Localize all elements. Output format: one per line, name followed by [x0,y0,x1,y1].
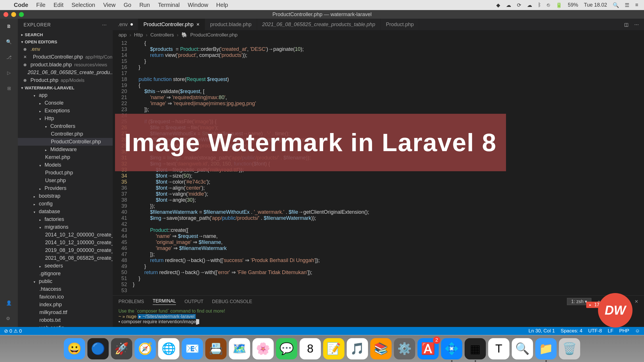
spotlight-icon[interactable]: 🔍 [613,2,619,8]
dock-app[interactable]: 📧 [182,338,203,359]
dock-app[interactable]: 💠 [441,338,462,359]
file-item[interactable]: Kernel.php [18,153,113,161]
breadcrumb[interactable]: app› Http› Controllers› 🐘ProductControll… [113,30,644,40]
status-indent[interactable]: Spaces: 4 [561,328,582,334]
editor-tab[interactable]: 2021_06_08_065825_create_products_table.… [257,19,381,30]
status-problems[interactable]: ⊘ 0 ⚠ 0 [4,328,22,334]
menu-help[interactable]: Help [216,2,228,8]
status-eol[interactable]: LF [608,328,614,334]
dock-app[interactable]: 🔵 [87,338,109,359]
dock-app[interactable]: 🧭 [135,338,156,359]
battery-icon[interactable]: 🔋 [556,2,562,8]
file-item[interactable]: favicon.ico [18,293,113,301]
dock-app[interactable]: 📝 [323,338,344,359]
split-editor-icon[interactable]: ◫ [624,22,628,27]
file-item[interactable]: Product.php [18,169,113,177]
file-item[interactable]: web.config [18,324,113,327]
menu-go[interactable]: Go [124,2,131,8]
folder-item[interactable]: Console [18,99,113,107]
sidebar-more-icon[interactable]: ⋯ [102,22,107,28]
dock-app[interactable]: T [488,338,509,359]
dock-app[interactable]: 📁 [535,338,557,359]
close-icon[interactable]: × [24,54,29,60]
search-icon[interactable]: 🔍 [6,39,12,45]
dock-app[interactable]: 😀 [64,338,85,359]
tab-more-icon[interactable]: ⋯ [634,22,639,27]
status-lang[interactable]: PHP [619,328,629,334]
dock-app[interactable]: 🅰️2 [417,338,439,359]
notification-icon[interactable]: ≡ [635,2,638,8]
file-item[interactable]: ProductController.php [18,138,113,146]
menu-selection[interactable]: Selection [72,2,95,8]
extensions-icon[interactable]: ⊞ [7,86,11,91]
dock-app[interactable]: 💬 [276,338,297,359]
close-panel-icon[interactable]: ✕ [635,299,638,304]
terminal-body[interactable]: Use the `composer fund` command to find … [113,307,644,326]
folder-item[interactable]: public [18,278,113,285]
menu-window[interactable]: Window [188,2,208,8]
folder-item[interactable]: database [18,208,113,215]
menu-run[interactable]: Run [139,2,150,8]
section-open-editors[interactable]: OPEN EDITORS [18,38,113,45]
dock-app[interactable]: 📇 [205,338,227,359]
folder-item[interactable]: factories [18,215,113,223]
dock-app[interactable]: 🚀 [111,338,132,359]
panel-tab-terminal[interactable]: TERMINAL [153,299,176,305]
folder-item[interactable]: app [18,91,113,99]
file-item[interactable]: 2014_10_12_000000_create_users_tabl... [18,231,113,239]
open-editor-item[interactable]: product.blade.php resources/views [18,61,113,69]
folder-item[interactable]: bootstrap [18,192,113,200]
clock[interactable]: Tue 18.02 [584,2,607,8]
editor-tab[interactable]: product.blade.php [205,19,257,30]
dock-app[interactable]: 🌐 [158,338,179,359]
file-item[interactable]: 2014_10_12_100000_create_password_... [18,239,113,247]
panel-tab-output[interactable]: OUTPUT [185,299,204,304]
file-item[interactable]: Controller.php [18,130,113,138]
close-window[interactable] [3,12,8,17]
file-item[interactable]: 2021_06_08_065825_create_products... [18,254,113,262]
folder-item[interactable]: config [18,200,113,208]
dock-app[interactable]: 🎵 [347,338,368,359]
file-item[interactable]: milkyroad.ttf [18,309,113,316]
folder-item[interactable]: Http [18,115,113,122]
menu-view[interactable]: View [103,2,116,8]
open-editor-item[interactable]: 2021_06_08_065825_create_produ... [18,69,113,76]
file-item[interactable]: index.php [18,301,113,309]
dock-app[interactable]: 🗑️ [559,338,580,359]
folder-item[interactable]: Middleware [18,146,113,153]
close-icon[interactable]: × [196,22,200,28]
control-center-icon[interactable]: ☰ [625,2,629,8]
dock-app[interactable]: 🌸 [252,338,274,359]
panel-tab-debug[interactable]: DEBUG CONSOLE [212,299,252,304]
dock-app[interactable]: ▦ [465,338,486,359]
scm-icon[interactable]: ⎇ [6,55,12,60]
bluetooth-icon[interactable]: ᛒ [538,2,541,8]
editor-tab[interactable]: Product.php [381,19,419,30]
cloud-icon[interactable]: ☁ [527,2,532,8]
open-editor-item[interactable]: ×ProductController.php app/Http/Con... [18,53,113,61]
dropbox-icon[interactable]: ☁ [506,2,511,8]
dock-app[interactable]: ⚙️ [394,338,415,359]
editor-tab[interactable]: ProductController.php× [138,19,205,30]
app-name-menu[interactable]: Code [14,2,28,8]
file-item[interactable]: .htaccess [18,285,113,293]
account-icon[interactable]: 👤 [6,300,12,306]
folder-item[interactable]: Models [18,161,113,169]
status-cursor[interactable]: Ln 30, Col 1 [528,328,555,334]
open-editor-item[interactable]: Product.php app/Models [18,76,113,84]
folder-item[interactable]: Controllers [18,122,113,130]
folder-item[interactable]: Providers [18,184,113,192]
explorer-icon[interactable]: 🗎 [7,24,11,29]
dock-app[interactable]: 🔍 [512,338,533,359]
minimize-window[interactable] [11,12,16,17]
gear-icon[interactable]: ⚙ [6,316,12,321]
folder-item[interactable]: Exceptions [18,107,113,115]
dock-app[interactable]: 📚 [370,338,392,359]
menu-terminal[interactable]: Terminal [158,2,180,8]
dock-app[interactable]: 8 [300,338,321,359]
status-encoding[interactable]: UTF-8 [588,328,602,334]
debug-icon[interactable]: ▷ [7,70,11,76]
sync-icon[interactable]: ⟳ [517,2,521,8]
file-item[interactable]: 2019_08_19_000000_create_failed_job... [18,247,113,254]
maximize-window[interactable] [19,12,24,17]
